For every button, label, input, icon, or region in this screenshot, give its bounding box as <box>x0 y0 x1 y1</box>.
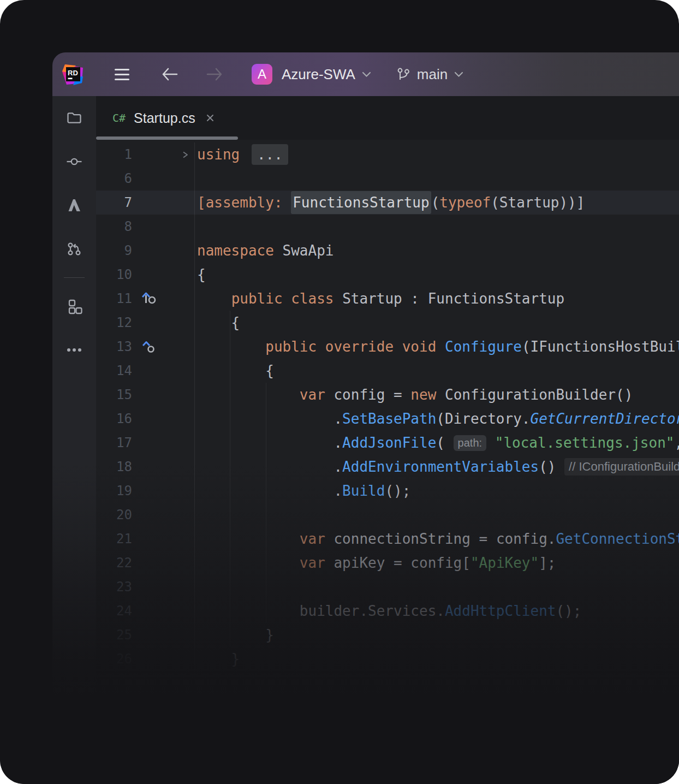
code-line[interactable]: 8 <box>96 215 679 239</box>
line-number[interactable]: 12 <box>96 315 132 330</box>
code-line[interactable]: 16 .SetBasePath(Directory.GetCurrentDire… <box>96 407 679 431</box>
code-text: { <box>194 311 679 335</box>
close-icon[interactable] <box>205 112 216 123</box>
code-text: public class Startup : FunctionsStartup <box>194 287 679 311</box>
code-token <box>317 338 325 355</box>
code-token: // IConfigurationBuilder <box>564 458 679 476</box>
code-text: { <box>194 359 679 383</box>
line-number[interactable]: 9 <box>96 243 132 258</box>
code-token <box>394 338 402 355</box>
line-number[interactable]: 7 <box>96 195 132 210</box>
fold-chevron-icon[interactable] <box>165 150 194 159</box>
code-line[interactable]: 11 public class Startup : FunctionsStart… <box>96 287 679 311</box>
code-line[interactable]: 12 { <box>96 311 679 335</box>
code-token: { <box>197 266 206 283</box>
pull-requests-icon <box>66 241 82 257</box>
folder-icon <box>66 110 82 126</box>
line-number[interactable]: 10 <box>96 267 132 282</box>
code-token: ( <box>431 194 440 211</box>
git-branch-icon <box>396 67 411 82</box>
screenshot-card: RD A Azure-SWA <box>0 0 679 784</box>
code-line[interactable]: 19 .Build(); <box>96 479 679 503</box>
sidebar-item-more[interactable] <box>52 328 96 372</box>
line-number[interactable]: 23 <box>96 579 132 595</box>
back-button[interactable] <box>161 67 178 82</box>
code-token: path: <box>454 435 486 451</box>
code-token: void <box>402 338 437 355</box>
folded-region[interactable]: ... <box>252 144 288 165</box>
line-number[interactable]: 20 <box>96 507 132 522</box>
ide-body: C# Startup.cs 1using ...67[assembly: Fun… <box>52 96 679 784</box>
code-token: () <box>539 459 564 475</box>
code-line[interactable]: 18 .AddEnvironmentVariables() // IConfig… <box>96 455 679 479</box>
project-selector[interactable]: A Azure-SWA <box>252 64 371 85</box>
sidebar-item-azure[interactable] <box>52 183 96 227</box>
line-number[interactable]: 21 <box>96 531 132 547</box>
code-token: SetBasePath <box>342 411 436 427</box>
commit-icon <box>66 153 82 170</box>
code-token: new <box>410 387 436 403</box>
line-number[interactable]: 16 <box>96 411 132 426</box>
code-token <box>197 338 265 355</box>
line-number[interactable]: 1 <box>96 147 132 162</box>
overridden-marker-icon[interactable] <box>132 290 165 307</box>
line-number[interactable]: 15 <box>96 387 132 402</box>
tab-label: Startup.cs <box>134 110 195 126</box>
code-text: .SetBasePath(Directory.GetCurrentDirecto… <box>194 407 679 431</box>
line-number[interactable]: 26 <box>96 651 132 667</box>
line-number[interactable]: 22 <box>96 555 132 571</box>
line-number[interactable]: 6 <box>96 171 132 186</box>
code-text: public override void Configure(IFunction… <box>194 335 679 359</box>
code-line[interactable]: 10{ <box>96 263 679 287</box>
project-name: Azure-SWA <box>282 66 355 83</box>
code-line[interactable]: 25 } <box>96 623 679 647</box>
stripe-divider <box>64 277 85 278</box>
code-line[interactable]: 13 public override void Configure(IFunct… <box>96 335 679 359</box>
code-line[interactable]: 17 .AddJsonFile( path: "local.settings.j… <box>96 431 679 455</box>
sidebar-item-pull-requests[interactable] <box>52 227 96 271</box>
sidebar-item-project[interactable] <box>52 96 96 140</box>
code-token: "ApiKey" <box>470 555 539 571</box>
overrides-marker-icon[interactable] <box>132 339 165 354</box>
code-token: SwaApi <box>274 242 334 259</box>
code-token: config = <box>325 387 411 403</box>
rider-logo-icon[interactable]: RD <box>61 62 85 86</box>
code-line[interactable]: 1using ... <box>96 142 679 167</box>
line-number[interactable]: 25 <box>96 627 132 643</box>
code-line[interactable]: 24 builder.Services.AddHttpClient(); <box>96 599 679 623</box>
code-line[interactable]: 9namespace SwaApi <box>96 239 679 263</box>
sidebar-item-structure[interactable] <box>52 284 96 328</box>
chevron-down-icon <box>454 72 463 78</box>
line-number[interactable]: 8 <box>96 219 132 234</box>
editor-area: C# Startup.cs 1using ...67[assembly: Fun… <box>96 96 679 784</box>
sidebar-item-commit[interactable] <box>52 140 96 183</box>
code-line[interactable]: 6 <box>96 167 679 191</box>
code-token: (); <box>556 603 581 619</box>
tab-startup-cs[interactable]: C# Startup.cs <box>96 96 228 140</box>
code-token <box>486 435 495 451</box>
forward-button[interactable] <box>206 67 223 82</box>
line-number[interactable]: 19 <box>96 483 132 498</box>
code-line[interactable]: 7[assembly: FunctionsStartup(typeof(Star… <box>96 191 679 215</box>
code-text: var config = new ConfigurationBuilder() <box>194 383 679 407</box>
code-token: } <box>197 627 274 643</box>
code-line[interactable]: 23 <box>96 575 679 599</box>
line-number[interactable]: 24 <box>96 603 132 619</box>
line-number[interactable]: 14 <box>96 363 132 378</box>
branch-selector[interactable]: main <box>396 66 463 83</box>
line-number[interactable]: 11 <box>96 291 132 306</box>
code-line[interactable]: 22 var apiKey = config["ApiKey"]; <box>96 551 679 575</box>
code-token: var <box>300 531 325 547</box>
code-line[interactable]: 20 <box>96 503 679 527</box>
code-line[interactable]: 26 } <box>96 647 679 671</box>
line-number[interactable]: 13 <box>96 339 132 354</box>
line-number[interactable]: 17 <box>96 435 132 450</box>
line-number[interactable]: 18 <box>96 459 132 474</box>
code-line[interactable]: 21 var connectionString = config.GetConn… <box>96 527 679 551</box>
code-token: (); <box>385 483 410 499</box>
code-line[interactable]: 15 var config = new ConfigurationBuilder… <box>96 383 679 407</box>
code-token: typeof <box>439 194 491 211</box>
code-token: (Startup))] <box>491 194 585 211</box>
code-line[interactable]: 14 { <box>96 359 679 383</box>
hamburger-icon[interactable] <box>115 69 129 80</box>
